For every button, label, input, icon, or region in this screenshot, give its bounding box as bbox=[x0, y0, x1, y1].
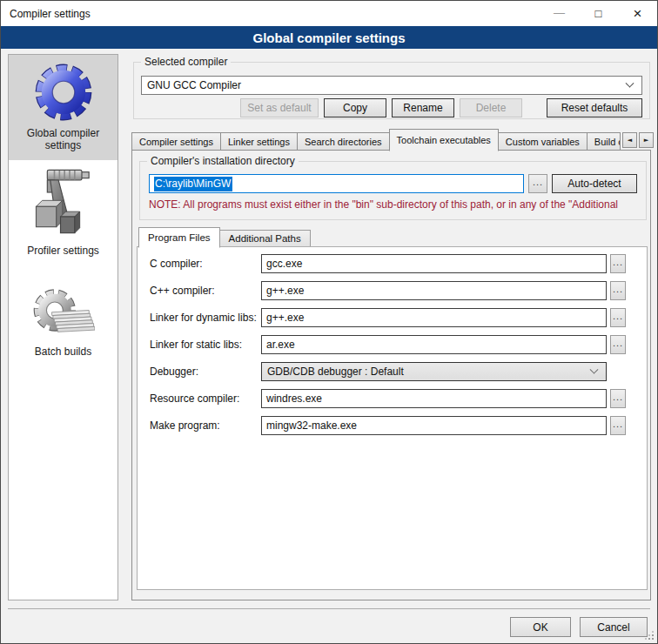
page-title: Global compiler settings bbox=[252, 30, 405, 45]
compiler-buttons-row: Set as default Copy Rename Delete Reset … bbox=[141, 98, 642, 117]
dynamic-linker-input[interactable]: g++.exe bbox=[261, 308, 607, 327]
tab-build-options[interactable]: Build options bbox=[587, 132, 621, 151]
browse-button[interactable]: ... bbox=[610, 254, 626, 273]
arrow-left-icon: ◄ bbox=[628, 137, 632, 144]
field-value: gcc.exe bbox=[266, 258, 302, 270]
compiler-select[interactable]: GNU GCC Compiler bbox=[141, 76, 642, 95]
blue-gear-icon bbox=[31, 61, 96, 124]
close-icon: × bbox=[634, 6, 642, 21]
field-value: ar.exe bbox=[266, 339, 295, 351]
field-label: Linker for dynamic libs: bbox=[150, 312, 261, 324]
footer-buttons: OK Cancel bbox=[510, 617, 648, 637]
field-value: windres.exe bbox=[266, 392, 322, 405]
field-row-debugger: Debugger: GDB/CDB debugger : Default bbox=[150, 362, 626, 381]
subtab-additional-paths[interactable]: Additional Paths bbox=[219, 230, 311, 247]
chevron-down-icon bbox=[626, 78, 634, 87]
compiler-settings-window: Compiler settings — □ × Global compiler … bbox=[0, 0, 658, 644]
field-row-static-linker: Linker for static libs: ar.exe ... bbox=[150, 335, 626, 354]
set-as-default-button[interactable]: Set as default bbox=[240, 98, 319, 117]
cpp-compiler-input[interactable]: g++.exe bbox=[261, 281, 607, 300]
dialog-banner: Global compiler settings bbox=[1, 26, 657, 49]
field-row-cpp-compiler: C++ compiler: g++.exe ... bbox=[150, 281, 626, 300]
tab-scroll-arrows: ◄ ► bbox=[622, 132, 654, 148]
ellipsis-icon: ... bbox=[613, 311, 623, 321]
field-row-resource-compiler: Resource compiler: windres.exe ... bbox=[150, 389, 626, 408]
field-label: Make program: bbox=[150, 419, 261, 432]
sidebar-item-label: Profiler settings bbox=[24, 245, 103, 257]
c-compiler-input[interactable]: gcc.exe bbox=[261, 254, 607, 273]
sidebar-item-label: Batch builds bbox=[31, 345, 95, 358]
debugger-select[interactable]: GDB/CDB debugger : Default bbox=[261, 362, 607, 381]
copy-button[interactable]: Copy bbox=[324, 98, 386, 117]
installation-directory-row: C:\raylib\MinGW ... Auto-detect bbox=[149, 174, 637, 193]
minimize-button[interactable]: — bbox=[540, 1, 579, 26]
field-label: Resource compiler: bbox=[150, 392, 261, 405]
ellipsis-icon: ... bbox=[613, 419, 623, 429]
window-title: Compiler settings bbox=[10, 8, 91, 20]
caption-buttons: — □ × bbox=[540, 1, 657, 26]
install-dir-input[interactable]: C:\raylib\MinGW bbox=[149, 174, 524, 193]
tab-custom-variables[interactable]: Custom variables bbox=[498, 132, 588, 151]
tab-toolchain-executables[interactable]: Toolchain executables bbox=[389, 129, 499, 151]
install-dir-browse-button[interactable]: ... bbox=[528, 174, 547, 193]
ellipsis-icon: ... bbox=[613, 338, 623, 348]
sidebar: Global compiler settings bbox=[8, 54, 118, 600]
field-row-dynamic-linker: Linker for dynamic libs: g++.exe ... bbox=[150, 308, 626, 327]
tab-scroll-left-button[interactable]: ◄ bbox=[622, 132, 637, 148]
close-button[interactable]: × bbox=[618, 1, 657, 26]
maximize-icon: □ bbox=[595, 8, 602, 19]
subtab-program-files[interactable]: Program Files bbox=[138, 227, 220, 248]
field-label: Linker for static libs: bbox=[150, 339, 261, 351]
field-value: g++.exe bbox=[266, 312, 304, 324]
browse-button[interactable]: ... bbox=[610, 281, 626, 300]
caliper-icon bbox=[32, 168, 95, 241]
batch-gear-icon bbox=[32, 286, 95, 342]
field-label: C++ compiler: bbox=[150, 285, 261, 297]
sidebar-item-label: Global compiler settings bbox=[9, 127, 118, 151]
tab-compiler-settings[interactable]: Compiler settings bbox=[131, 132, 221, 151]
group-label-installation-directory: Compiler's installation directory bbox=[147, 155, 299, 167]
sidebar-item-global-compiler-settings[interactable]: Global compiler settings bbox=[9, 55, 118, 160]
delete-button[interactable]: Delete bbox=[460, 98, 522, 117]
ok-button[interactable]: OK bbox=[510, 617, 571, 637]
tab-search-directories[interactable]: Search directories bbox=[297, 132, 390, 151]
browse-button[interactable]: ... bbox=[610, 416, 626, 435]
field-value: mingw32-make.exe bbox=[266, 419, 357, 432]
ellipsis-icon: ... bbox=[613, 257, 623, 267]
browse-button[interactable]: ... bbox=[610, 308, 626, 327]
footer-divider bbox=[8, 608, 650, 609]
auto-detect-button[interactable]: Auto-detect bbox=[552, 174, 637, 193]
field-label: Debugger: bbox=[150, 366, 261, 378]
selected-compiler-group: Selected compiler GNU GCC Compiler Set a… bbox=[133, 62, 650, 119]
arrow-right-icon: ► bbox=[644, 137, 648, 144]
field-row-make-program: Make program: mingw32-make.exe ... bbox=[150, 416, 626, 435]
tab-scroll-right-button[interactable]: ► bbox=[639, 132, 654, 148]
resize-grip-icon[interactable] bbox=[643, 629, 654, 640]
make-program-input[interactable]: mingw32-make.exe bbox=[261, 416, 607, 435]
reset-defaults-button[interactable]: Reset defaults bbox=[547, 98, 642, 117]
resource-compiler-input[interactable]: windres.exe bbox=[261, 389, 607, 408]
install-dir-selected-text: C:\raylib\MinGW bbox=[154, 177, 232, 191]
program-subtabs: Program Files Additional Paths bbox=[138, 226, 310, 247]
settings-tabs: Compiler settings Linker settings Search… bbox=[131, 129, 654, 151]
browse-button[interactable]: ... bbox=[610, 389, 626, 408]
chevron-down-icon bbox=[590, 365, 599, 373]
field-label: C compiler: bbox=[150, 258, 261, 270]
minimize-icon: — bbox=[554, 7, 565, 18]
ellipsis-icon: ... bbox=[533, 177, 543, 187]
static-linker-input[interactable]: ar.exe bbox=[261, 335, 607, 354]
compiler-select-value: GNU GCC Compiler bbox=[147, 79, 241, 91]
cancel-button[interactable]: Cancel bbox=[580, 617, 648, 637]
toolchain-executables-page: Compiler's installation directory C:\ray… bbox=[131, 150, 651, 600]
rename-button[interactable]: Rename bbox=[392, 98, 454, 117]
ellipsis-icon: ... bbox=[613, 284, 623, 294]
field-row-c-compiler: C compiler: gcc.exe ... bbox=[150, 254, 626, 273]
tab-linker-settings[interactable]: Linker settings bbox=[220, 132, 298, 151]
debugger-select-value: GDB/CDB debugger : Default bbox=[267, 366, 404, 378]
sidebar-item-profiler-settings[interactable]: Profiler settings bbox=[9, 168, 118, 257]
installation-note: NOTE: All programs must exist either in … bbox=[149, 198, 645, 211]
browse-button[interactable]: ... bbox=[610, 335, 626, 354]
maximize-button[interactable]: □ bbox=[579, 1, 618, 26]
ellipsis-icon: ... bbox=[613, 392, 623, 402]
sidebar-item-batch-builds[interactable]: Batch builds bbox=[9, 286, 118, 358]
